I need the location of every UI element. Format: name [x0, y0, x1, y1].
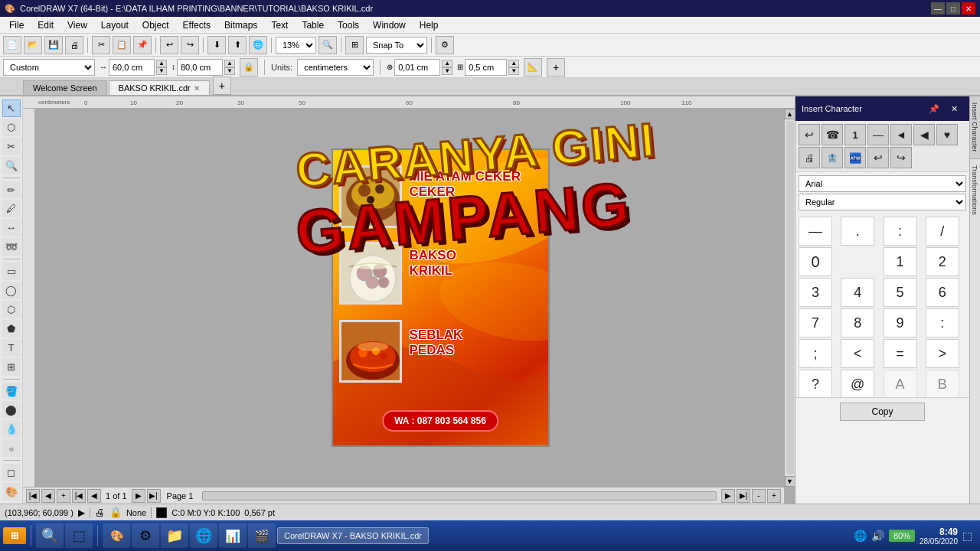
maximize-button[interactable]: □: [946, 2, 960, 15]
zoom-tool[interactable]: 🔍: [2, 157, 21, 174]
char-2[interactable]: 2: [926, 247, 959, 276]
transformations-tab[interactable]: Transformations: [970, 159, 980, 221]
nudge-up[interactable]: ▲: [442, 60, 452, 67]
tab-welcome[interactable]: Welcome Screen: [23, 80, 107, 95]
char-colon[interactable]: :: [884, 217, 917, 246]
taskbar-browser-icon[interactable]: 🌐: [190, 523, 217, 548]
char-4[interactable]: 4: [841, 278, 874, 307]
width-input[interactable]: [109, 59, 155, 76]
tab-close-icon[interactable]: ✕: [194, 84, 200, 93]
color-tool[interactable]: 🎨: [2, 483, 21, 500]
ic-btn-printer[interactable]: 🖨: [799, 147, 820, 168]
redo-button[interactable]: ↪: [181, 36, 199, 54]
ellipse-tool[interactable]: ◯: [2, 282, 21, 299]
polygon-tool[interactable]: ⬡: [2, 301, 21, 318]
width-down[interactable]: ▼: [156, 67, 167, 75]
start-button[interactable]: ⊞: [3, 527, 26, 544]
paste-button[interactable]: 📌: [133, 36, 152, 54]
taskbar-excel-icon[interactable]: 📊: [219, 523, 247, 548]
snap-btn[interactable]: ⊞: [345, 36, 364, 54]
ic-btn-1[interactable]: 1: [844, 124, 866, 145]
connector-tool[interactable]: ➿: [2, 238, 21, 256]
tray-volume[interactable]: 🔊: [871, 530, 884, 542]
page-prev-prev[interactable]: |◀: [72, 489, 86, 503]
scroll-up-btn[interactable]: ▲: [785, 109, 795, 119]
zoom-in-status[interactable]: +: [767, 489, 781, 503]
width-spinner[interactable]: ▲ ▼: [156, 60, 167, 75]
lock-ratio-btn[interactable]: 🔒: [240, 58, 258, 77]
export-button[interactable]: ⬆: [228, 36, 247, 54]
width-up[interactable]: ▲: [156, 60, 167, 67]
menu-help[interactable]: Help: [413, 18, 445, 32]
select-tool[interactable]: ↖: [2, 99, 21, 117]
horizontal-scrollbar[interactable]: [202, 491, 717, 500]
char-semicolon[interactable]: ;: [799, 339, 832, 368]
title-bar-controls[interactable]: — □ ✕: [931, 2, 975, 15]
open-button[interactable]: 📂: [24, 36, 42, 54]
taskbar-folder-icon[interactable]: 📁: [161, 523, 188, 548]
font-style-select[interactable]: Regular: [799, 194, 966, 210]
arrow-indicator[interactable]: ▶: [78, 507, 85, 518]
menu-layout[interactable]: Layout: [95, 18, 135, 32]
char-7[interactable]: 7: [799, 308, 832, 337]
taskbar-corel-icon[interactable]: 🎨: [103, 523, 130, 548]
ic-btn-phone[interactable]: ☎: [822, 124, 843, 145]
new-tab-btn[interactable]: +: [213, 77, 231, 95]
char-dot[interactable]: .: [841, 217, 874, 246]
freehand-tool[interactable]: ✏: [2, 181, 21, 199]
char-3[interactable]: 3: [799, 278, 832, 307]
nudge-down[interactable]: ▼: [442, 67, 452, 75]
table-tool[interactable]: ⊞: [2, 358, 21, 376]
copy-button[interactable]: 📋: [113, 36, 131, 54]
taskbar-search[interactable]: 🔍: [36, 523, 64, 548]
ic-btn-heart[interactable]: ♥: [936, 124, 958, 145]
page-prev[interactable]: ◀: [87, 489, 101, 503]
char-gt[interactable]: >: [926, 339, 959, 368]
ic-btn-dash[interactable]: —: [867, 124, 889, 145]
active-window-btn[interactable]: CorelDRAW X7 - BAKSO KRIKIL.cdr: [277, 527, 429, 544]
taskbar-media-icon[interactable]: 🎬: [248, 523, 276, 548]
dup-spinner[interactable]: ▲ ▼: [508, 60, 519, 75]
ic-btn-back[interactable]: ↩: [799, 124, 820, 145]
ic-btn-atm[interactable]: 🏧: [844, 147, 866, 168]
new-button[interactable]: 📄: [3, 36, 21, 54]
menu-window[interactable]: Window: [367, 18, 412, 32]
undo-button[interactable]: ↩: [160, 36, 178, 54]
ic-btn-left2[interactable]: ◀: [913, 124, 935, 145]
char-eq[interactable]: =: [884, 339, 917, 368]
char-A[interactable]: A: [884, 370, 917, 397]
page-next[interactable]: ▶: [132, 489, 145, 503]
menu-object[interactable]: Object: [136, 18, 175, 32]
print-button[interactable]: 🖨: [65, 36, 83, 54]
menu-text[interactable]: Text: [265, 18, 294, 32]
tray-network[interactable]: 🌐: [854, 530, 867, 542]
tray-show-desktop[interactable]: ⬚: [962, 530, 972, 542]
ic-btn-return2[interactable]: ↪: [890, 147, 912, 168]
menu-tools[interactable]: Tools: [332, 18, 365, 32]
scroll-left-end[interactable]: |◀: [26, 489, 40, 503]
char-8[interactable]: 8: [841, 308, 874, 337]
nudge-spinner[interactable]: ▲ ▼: [442, 60, 452, 75]
scroll-down-btn[interactable]: ▼: [785, 476, 795, 487]
scroll-right-end[interactable]: ▶|: [737, 489, 750, 503]
char-lt[interactable]: <: [841, 339, 874, 368]
char-5[interactable]: 5: [884, 278, 917, 307]
preset-combo[interactable]: Custom: [3, 59, 95, 76]
draw-scale-btn[interactable]: 📐: [524, 58, 542, 77]
menu-effects[interactable]: Effects: [177, 18, 217, 32]
interactive-tool[interactable]: ⬦: [2, 439, 21, 457]
tab-bakso[interactable]: BAKSO KRIKIL.cdr ✕: [109, 80, 210, 95]
publish-button[interactable]: 🌐: [249, 36, 267, 54]
taskbar-task-view[interactable]: ⬚: [65, 523, 93, 548]
add-page-btn[interactable]: +: [547, 58, 565, 77]
font-family-select[interactable]: Arial: [799, 175, 966, 192]
smart-draw-tool[interactable]: 🖊: [2, 200, 21, 217]
canvas[interactable]: MIE AYAM CEKER CEKER: [35, 109, 784, 487]
ic-btn-bank[interactable]: 🏦: [822, 147, 843, 168]
basic-shapes-tool[interactable]: ⬟: [2, 320, 21, 337]
height-up[interactable]: ▲: [224, 60, 235, 67]
ic-btn-left1[interactable]: ◄: [890, 124, 912, 145]
copy-button[interactable]: Copy: [840, 403, 924, 421]
import-button[interactable]: ⬇: [207, 36, 226, 54]
char-at[interactable]: @: [841, 370, 874, 397]
